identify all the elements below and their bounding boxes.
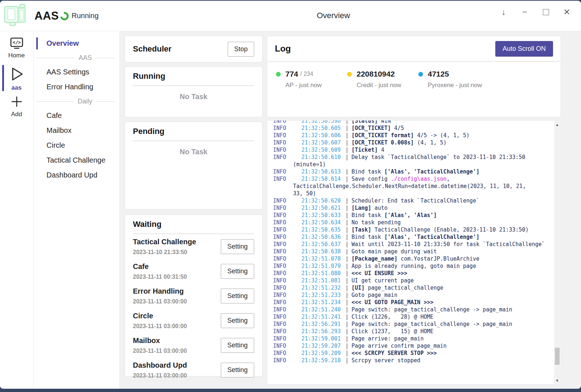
nav-item-circle[interactable]: Circle (33, 138, 119, 153)
log-level: INFO (273, 277, 301, 284)
task-setting-button[interactable]: Setting (221, 239, 254, 254)
log-level: INFO (273, 241, 301, 248)
log-message: [Package_name] com.YostarJP.BlueArchive (352, 256, 479, 262)
nav-item-overview[interactable]: Overview (33, 36, 119, 51)
task-setting-button[interactable]: Setting (221, 338, 254, 353)
page-title: Overview (317, 11, 350, 20)
scrollbar-thumb[interactable] (555, 348, 560, 365)
pending-panel: Pending No Task (125, 122, 263, 209)
log-message: [Ticket] 4 (352, 147, 384, 153)
stat-label: Credit - just now (357, 82, 418, 89)
nav-section-label: Daily (74, 98, 96, 105)
log-time: 21:32:51.233 (301, 291, 345, 299)
log-separator: | (345, 313, 352, 320)
scroll-up-icon[interactable]: ▲ (554, 122, 560, 127)
log-level: INFO (273, 212, 301, 219)
stop-button[interactable]: Stop (228, 42, 254, 57)
log-separator: | (345, 270, 352, 277)
active-indicator (36, 37, 38, 49)
log-entry: INFO21:32:50.598|[Status] WIN (273, 120, 546, 124)
update-icon[interactable]: ↓ (497, 6, 510, 18)
nav-item-label: Circle (46, 141, 65, 150)
nav-section-aas: AAS (33, 51, 119, 65)
task-setting-button[interactable]: Setting (221, 363, 254, 377)
app-window: AAS Running Overview ↓−✕ </> Home (0, 1, 581, 389)
log-separator: | (345, 226, 352, 233)
log-time: 21:32:51.080 (301, 270, 345, 277)
log-entry: INFO21:32:50.635|[Task] TacticalChalleng… (273, 226, 546, 233)
log-time: 21:32:50.634 (301, 219, 345, 226)
log-entry: INFO21:32:50.620|Scheduler: End task `Ta… (273, 197, 546, 204)
task-name: Cafe (133, 262, 187, 271)
running-title: Running (133, 72, 254, 86)
rail-item-label: Add (0, 111, 33, 118)
log-separator: | (345, 342, 352, 350)
nav-item-mailbox[interactable]: Mailbox (33, 123, 119, 138)
log-entry: INFO21:32:51.240|Page switch: page_tacti… (273, 306, 546, 313)
task-setting-button[interactable]: Setting (221, 264, 254, 279)
scheduler-status-text: Running (72, 12, 99, 20)
running-empty-text: No Task (133, 93, 254, 101)
titlebar: AAS Running Overview ↓−✕ (0, 1, 581, 31)
log-message: [Lang] auto (352, 205, 387, 211)
log-separator: | (345, 139, 352, 146)
nav-section-daily: Daily (33, 94, 119, 108)
maximize-icon[interactable] (540, 6, 552, 18)
log-time: 21:32:51.081 (301, 277, 345, 284)
log-separator: | (345, 219, 352, 226)
log-stat: 220810942 Credit - just now (347, 70, 418, 89)
code-monitor-icon: </> (9, 45, 24, 51)
app-logo-icon (3, 3, 28, 29)
task-setting-button[interactable]: Setting (221, 313, 254, 328)
pending-title: Pending (133, 127, 254, 141)
task-name: Mailbox (133, 336, 187, 345)
close-icon[interactable]: ✕ (561, 6, 573, 18)
rail-item-add[interactable]: Add (0, 93, 33, 121)
log-entry: INFO21:32:50.605|[OCR_TICKET] 4/5 (273, 124, 546, 132)
log-message: Bind task ['Alas', 'TacticalChallenge'] (352, 234, 479, 240)
log-time: 21:32:59.207 (301, 342, 345, 350)
nav-item-cafe[interactable]: Cafe (33, 108, 119, 123)
window-controls: ↓−✕ (497, 6, 573, 18)
log-message: Scrcpy server stopped (352, 357, 420, 364)
nav-item-aas-settings[interactable]: AAS Settings (33, 65, 119, 79)
waiting-title: Waiting (133, 220, 254, 234)
task-next-run: 2023-11-11 03:00:00 (133, 372, 187, 379)
log-lines: INFO21:32:50.598|[Status] WININFO21:32:5… (273, 120, 550, 364)
log-level: INFO (273, 204, 301, 212)
nav-section-label: AAS (75, 54, 96, 62)
log-entry: INFO21:32:51.080|<<< UI ENSURE >>> (273, 270, 546, 277)
scheduler-panel: Scheduler Stop (125, 36, 263, 62)
rail-item-aas[interactable]: aas (0, 64, 33, 92)
nav-item-dashboard-upd[interactable]: Dashboard Upd (33, 168, 119, 183)
log-separator: | (345, 248, 352, 255)
plus-icon (10, 104, 24, 110)
task-setting-button[interactable]: Setting (221, 289, 254, 303)
log-level: INFO (273, 313, 301, 320)
log-separator: | (345, 335, 352, 342)
log-level: INFO (273, 306, 301, 313)
stat-top: 47125 (418, 70, 489, 78)
auto-scroll-button[interactable]: Auto Scroll ON (495, 41, 553, 57)
log-message: [OCR_TICKET format] 4/5 -> (4, 1, 5) (352, 132, 470, 139)
log-view[interactable]: INFO21:32:50.598|[Status] WININFO21:32:5… (267, 120, 561, 385)
log-stat: 47125 Pyroxene - just now (418, 70, 489, 89)
rail-item-home[interactable]: </> Home (0, 36, 33, 63)
stat-dot-icon (276, 72, 281, 77)
pending-empty-text: No Task (133, 148, 254, 156)
nav-item-tactical-challenge[interactable]: Tactical Challenge (33, 153, 119, 168)
icon-rail: </> Home aas (0, 31, 33, 389)
log-message: [Task] TacticalChallenge (Enable, 2023-1… (352, 226, 529, 233)
stat-dot-icon (418, 72, 423, 77)
scroll-down-icon[interactable]: ▼ (554, 377, 560, 383)
log-time: 21:32:50.635 (301, 226, 345, 233)
task-name: Circle (133, 312, 187, 320)
log-level: INFO (273, 139, 301, 146)
log-entry: INFO21:32:50.614|Save config ./config\aa… (273, 175, 546, 197)
task-next-run: 2023-11-11 00:31:50 (133, 274, 187, 280)
log-scrollbar[interactable]: ▲ ▼ (554, 121, 560, 384)
minimize-icon[interactable]: − (519, 6, 531, 18)
nav-item-error-handling[interactable]: Error Handling (33, 79, 119, 94)
rail-item-label: Home (0, 52, 33, 59)
log-title: Log (275, 44, 291, 54)
